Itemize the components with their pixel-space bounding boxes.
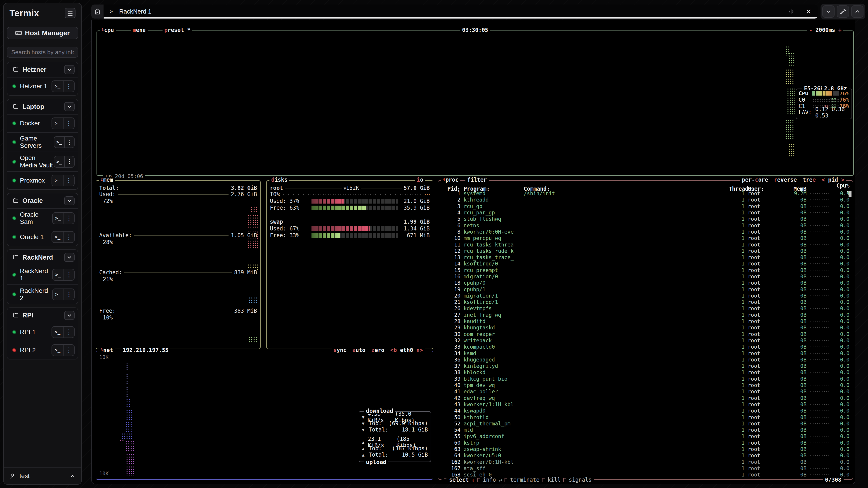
- host-more-button[interactable]: ⋮: [64, 137, 74, 148]
- host-row-racknerd-2[interactable]: RackNerd 2 >_ ⋮: [7, 285, 78, 304]
- preset-button[interactable]: preset *: [162, 27, 192, 33]
- host-group-header[interactable]: RackNerd: [7, 250, 78, 265]
- proc-row[interactable]: 11 rcu_tasks_kthrea 1 root 0B 0.0: [438, 241, 852, 248]
- proc-row[interactable]: 10 mm_percpu_wq 1 root 0B 0.0: [438, 235, 852, 241]
- host-row-open-media-vault[interactable]: Open Media Vault >_ ⋮: [7, 152, 78, 171]
- open-terminal-button[interactable]: >_: [53, 213, 63, 224]
- host-more-button[interactable]: ⋮: [64, 289, 74, 300]
- mem-box-title[interactable]: 2mem: [99, 177, 115, 183]
- proc-filter-button[interactable]: filter: [465, 177, 489, 183]
- terminate-hint[interactable]: terminate: [510, 477, 539, 483]
- proc-row[interactable]: 30 oom_reaper 1 root 0B 0.0: [438, 331, 852, 337]
- proc-row[interactable]: 55 ipv6_addrconf 1 root 0B 0.0: [438, 433, 852, 440]
- panel-up-button[interactable]: [851, 5, 864, 18]
- host-more-button[interactable]: ⋮: [64, 213, 74, 224]
- proc-box-title[interactable]: 4proc: [441, 177, 460, 183]
- host-more-button[interactable]: ⋮: [64, 156, 74, 167]
- menu-button[interactable]: [65, 8, 75, 18]
- proc-row[interactable]: 37 kintegrityd 1 root 0B 0.0: [438, 363, 852, 369]
- open-terminal-button[interactable]: >_: [52, 345, 63, 356]
- proc-row[interactable]: 39 blkcg_punt_bio 1 root 0B 0.0: [438, 376, 852, 382]
- open-terminal-button[interactable]: >_: [54, 137, 64, 148]
- host-group-header[interactable]: Hetzner: [7, 62, 78, 77]
- proc-row[interactable]: 1 systemd /sbin/init 1 root 9.2M 0.4: [438, 190, 852, 197]
- split-view-icon[interactable]: [788, 8, 795, 15]
- open-terminal-button[interactable]: >_: [52, 118, 63, 129]
- net-auto-button[interactable]: auto: [352, 347, 366, 353]
- proc-row[interactable]: 15 rcu_preempt 1 root 0B 0.0: [438, 267, 852, 273]
- host-group-header[interactable]: Laptop: [7, 99, 78, 114]
- host-more-button[interactable]: ⋮: [63, 118, 74, 129]
- proc-row[interactable]: 2 kthreadd 1 root 0B 0.0: [438, 197, 852, 203]
- open-terminal-button[interactable]: >_: [54, 156, 64, 167]
- kill-hint[interactable]: kill: [548, 477, 561, 483]
- open-terminal-button[interactable]: >_: [53, 289, 63, 300]
- proc-row[interactable]: 162 kworker/0:1H-kbl 1 root 0B 0.0: [438, 459, 852, 465]
- proc-row[interactable]: 34 ksmd 1 root 0B 0.0: [438, 350, 852, 356]
- net-sync-button[interactable]: sync: [333, 347, 346, 353]
- proc-row[interactable]: 32 writeback 1 root 0B 0.0: [438, 337, 852, 344]
- tab-racknerd-1[interactable]: >_ RackNerd 1 ✕: [103, 4, 818, 19]
- search-input[interactable]: [7, 47, 78, 58]
- proc-row[interactable]: 29 khungtaskd 1 root 0B 0.0: [438, 324, 852, 331]
- disks-box-title[interactable]: disks: [270, 177, 289, 183]
- menu-button-terminal[interactable]: menu: [131, 27, 148, 33]
- proc-row[interactable]: 8 kworker/0:0H-eve 1 root 0B 0.0: [438, 229, 852, 235]
- sort-selector[interactable]: < pid >: [822, 177, 844, 183]
- open-terminal-button[interactable]: >_: [53, 269, 63, 280]
- proc-row[interactable]: 21 ksoftirqd/1 1 root 0B 0.0: [438, 299, 852, 305]
- proc-row[interactable]: 13 rcu_tasks_trace_ 1 root 0B 0.0: [438, 254, 852, 260]
- host-more-button[interactable]: ⋮: [63, 345, 74, 356]
- host-more-button[interactable]: ⋮: [63, 81, 74, 92]
- proc-row[interactable]: 19 cpuhp/1 1 root 0B 0.0: [438, 286, 852, 292]
- host-group-header[interactable]: RPI: [7, 308, 78, 323]
- open-terminal-button[interactable]: >_: [52, 327, 63, 337]
- proc-row[interactable]: 63 zswap-shrink 1 root 0B 0.0: [438, 446, 852, 452]
- proc-row[interactable]: 3 rcu_gp 1 root 0B 0.0: [438, 203, 852, 209]
- host-row-hetzner-1[interactable]: Hetzner 1 >_ ⋮: [7, 77, 78, 95]
- proc-row[interactable]: 33 kcompactd0 1 root 0B 0.0: [438, 344, 852, 350]
- host-more-button[interactable]: ⋮: [63, 327, 74, 337]
- proc-row[interactable]: 26 kdevtmpfs 1 root 0B 0.0: [438, 305, 852, 312]
- host-row-docker[interactable]: Docker >_ ⋮: [7, 114, 78, 132]
- collapse-group-button[interactable]: [64, 65, 74, 74]
- proc-row[interactable]: 167 ata_sff 1 root 0B 0.0: [438, 465, 852, 471]
- proc-row[interactable]: 12 rcu_tasks_rude_k 1 root 0B 0.0: [438, 248, 852, 254]
- host-row-rpi-1[interactable]: RPI 1 >_ ⋮: [7, 323, 78, 341]
- host-row-rpi-2[interactable]: RPI 2 >_ ⋮: [7, 341, 78, 359]
- info-hint[interactable]: info: [483, 477, 496, 483]
- proc-row[interactable]: 43 kworker/1:1H-kbl 1 root 0B 0.0: [438, 401, 852, 408]
- reverse-toggle[interactable]: reverse: [774, 177, 797, 183]
- host-row-proxmox[interactable]: Proxmox >_ ⋮: [7, 171, 78, 189]
- signals-hint[interactable]: signals: [569, 477, 592, 483]
- io-mode-button[interactable]: io: [415, 177, 425, 183]
- proc-row[interactable]: 6 netns 1 root 0B 0.0: [438, 222, 852, 228]
- proc-row[interactable]: 5 slub_flushwq 1 root 0B 0.0: [438, 216, 852, 222]
- proc-row[interactable]: 28 kauditd 1 root 0B 0.0: [438, 318, 852, 324]
- per-core-toggle[interactable]: per-core: [742, 177, 768, 183]
- host-more-button[interactable]: ⋮: [63, 175, 74, 186]
- close-tab-icon[interactable]: ✕: [806, 8, 811, 15]
- proc-row[interactable]: 27 inet_frag_wq 1 root 0B 0.0: [438, 312, 852, 318]
- proc-row[interactable]: 38 kblockd 1 root 0B 0.0: [438, 369, 852, 376]
- host-row-game-servers[interactable]: Game Servers >_ ⋮: [7, 132, 78, 152]
- terminal-screen[interactable]: 1cpu menu preset * 03:30:05 - 2000ms + u…: [91, 20, 855, 484]
- collapse-group-button[interactable]: [64, 102, 74, 111]
- host-row-oracle-1[interactable]: Oracle 1 >_ ⋮: [7, 228, 78, 246]
- proc-row[interactable]: 36 khugepaged 1 root 0B 0.0: [438, 357, 852, 363]
- proc-row[interactable]: 54 mld 1 root 0B 0.0: [438, 427, 852, 433]
- proc-row[interactable]: 52 acpi_thermal_pm 1 root 0B 0.0: [438, 420, 852, 427]
- host-more-button[interactable]: ⋮: [63, 232, 74, 242]
- update-interval[interactable]: - 2000ms +: [807, 27, 843, 33]
- cpu-box-title[interactable]: 1cpu: [100, 27, 116, 33]
- proc-row[interactable]: 4 rcu_par_gp 1 root 0B 0.0: [438, 209, 852, 216]
- proc-table-header[interactable]: Pid: Program: Command: Threads: User: Me…: [438, 183, 852, 190]
- host-row-oracle-sam[interactable]: Oracle Sam >_ ⋮: [7, 208, 78, 228]
- collapse-group-button[interactable]: [64, 311, 74, 320]
- open-terminal-button[interactable]: >_: [52, 232, 63, 242]
- proc-scrollbar-thumb[interactable]: [848, 191, 851, 197]
- proc-table[interactable]: 1 systemd /sbin/init 1 root 9.2M 0.4 2 k…: [438, 190, 852, 478]
- proc-row[interactable]: 64 kworker/u5:0 1 root 0B 0.0: [438, 452, 852, 459]
- tree-toggle[interactable]: tree: [803, 177, 816, 183]
- net-box-title[interactable]: 3net: [99, 347, 115, 353]
